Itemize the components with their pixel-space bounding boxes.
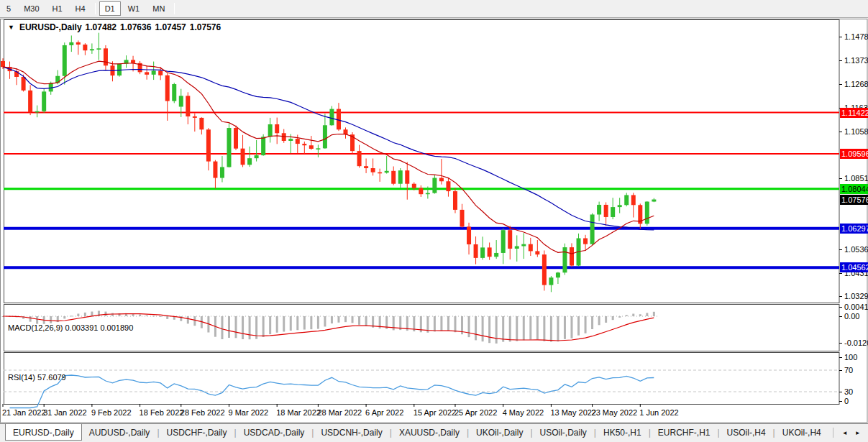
candle-body [652,200,656,202]
candle-body [535,251,539,254]
candle-body [590,214,595,244]
tab-usoil-daily[interactable]: USOil-,Daily [533,425,594,440]
candle-body [337,109,341,130]
candle-body [172,84,176,101]
macd-histogram-bar [249,316,251,339]
macd-histogram-bar [296,316,298,330]
bar-close-value: 1.07576 [190,22,221,32]
price-axis-label: 1.08510 [844,174,868,183]
timeframe-button-w1[interactable]: W1 [122,1,146,16]
level-price-tag-label: 1.04562 [841,263,868,272]
candle-body [597,205,601,215]
macd-histogram-bar [262,316,265,337]
date-axis-label: 4 May 2022 [503,408,544,417]
date-axis-label: 13 May 2022 [550,408,596,417]
macd-histogram-bar [468,316,470,337]
candle-body [96,48,101,50]
tab-usdchf-daily[interactable]: USDCHF-,Daily [160,425,234,440]
tab-usdcad-daily[interactable]: USDCAD-,Daily [237,425,312,440]
candle-body [165,75,170,101]
candle-body [405,170,409,184]
rsi-axis-label: 30 [844,387,853,396]
macd-histogram-bar [570,316,572,339]
candle-body [378,172,382,174]
candle-body [488,247,492,257]
candle-body [508,230,512,249]
macd-histogram-bar [475,316,477,340]
macd-histogram-bar [482,316,484,341]
candle-body [398,170,403,184]
macd-histogram-bar [557,316,559,341]
candle-body [391,171,396,184]
candle-body [419,188,423,194]
candle-body [624,195,629,205]
macd-histogram-bar [646,313,648,316]
candle-body [529,244,533,252]
date-axis-label: 31 Jan 2022 [43,408,87,417]
tab-usdcnh-daily[interactable]: USDCNH-,Daily [314,425,389,440]
timeframe-button-h1[interactable]: H1 [47,1,68,16]
candle-body [316,148,320,149]
main-price-panel[interactable] [4,20,840,303]
tab-scroll-right-icon[interactable]: ► [855,430,861,436]
tab-usoil-h4[interactable]: USOil-,H4 [720,425,773,440]
timeframe-button-5[interactable]: 5 [1,1,17,16]
macd-histogram-bar [639,314,641,316]
tab-ukoil-h4[interactable]: UKOil-,H4 [775,425,828,440]
tab-eurchf-h1[interactable]: EURCHF-,H1 [651,425,718,440]
candle-body [385,171,389,173]
timeframe-button-m30[interactable]: M30 [18,1,45,16]
timeframe-button-d1[interactable]: D1 [99,1,121,16]
macd-histogram-bar [516,316,518,341]
candle-body [542,254,547,285]
macd-histogram-bar [331,316,333,323]
level-price-tag-label: 1.11422 [841,109,868,117]
candle-body [329,109,334,126]
tab-eurusd-daily[interactable]: EURUSD-,Daily [5,424,82,441]
macd-signal-value: 0.001890 [100,323,133,332]
macd-histogram-bar [612,316,614,320]
macd-histogram-bar [577,316,580,336]
tab-ukoil-daily[interactable]: UKOil-,Daily [469,425,530,440]
macd-histogram-bar [454,316,456,332]
date-axis-label: 18 Feb 2022 [140,408,184,417]
candle-body [104,48,108,65]
candle-body [213,162,217,178]
tab-xauusd-daily[interactable]: XAUUSD-,Daily [392,425,467,440]
tab-hk50-h1[interactable]: HK50-,H1 [596,425,649,440]
timeframe-button-h4[interactable]: H4 [70,1,91,16]
macd-histogram-bar [523,316,525,340]
candle-body [494,253,498,257]
macd-histogram-bar [344,316,347,322]
candle-body [480,247,485,257]
candle-body [323,125,327,148]
macd-histogram-bar [63,316,65,318]
macd-histogram-bar [564,316,566,339]
toolbar-separator [174,3,175,14]
tab-scroll-left-icon[interactable]: ◄ [842,430,848,436]
candle-body [583,239,588,244]
macd-indicator-label: MACD(12,26,9) 0.003391 0.001890 [8,323,133,332]
candle-body [83,45,87,50]
bar-low-value: 1.07457 [155,22,186,32]
candle-body [117,64,122,75]
timeframe-button-mn[interactable]: MN [147,1,170,16]
chart-symbol-period: EURUSD-,Daily [19,22,82,32]
macd-histogram-bar [146,316,148,316]
macd-histogram-bar [495,316,498,344]
price-chart-canvas[interactable]: 1.147801.137301.126801.116301.105801.085… [0,19,868,423]
macd-histogram-bar [166,316,168,319]
candle-body [412,184,416,188]
rsi-panel[interactable] [4,353,840,405]
macd-axis-label: 0.00 [844,312,859,321]
candle-body [467,226,471,244]
macd-histogram-bar [193,316,196,326]
macd-histogram-bar [152,316,155,316]
tab-audusd-daily[interactable]: AUDUSD-,Daily [82,425,157,440]
date-axis-label: 18 Mar 2022 [276,408,321,417]
date-axis-label: 28 Mar 2022 [317,408,362,417]
candle-body [69,42,73,45]
candle-body [241,149,245,165]
date-axis-label: 21 Jan 2022 [2,408,46,417]
chart-menu-icon[interactable]: ▼ [8,24,14,31]
